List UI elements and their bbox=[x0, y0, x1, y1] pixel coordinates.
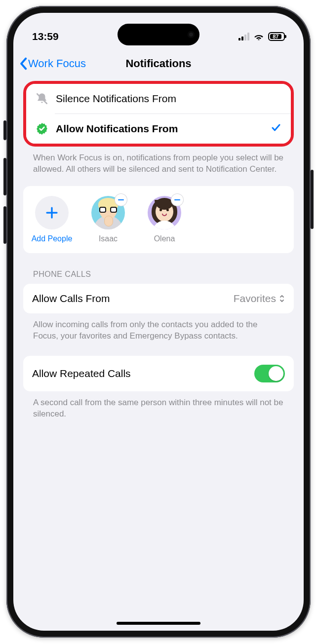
option-silence[interactable]: Silence Notifications From bbox=[26, 84, 291, 114]
add-people-label: Add People bbox=[32, 234, 73, 243]
remove-person-button[interactable] bbox=[171, 194, 183, 206]
bell-slash-icon bbox=[35, 92, 49, 106]
wifi-icon bbox=[253, 33, 264, 40]
minus-icon bbox=[118, 199, 124, 201]
highlight-annotation: Silence Notifications From Allow Notific… bbox=[23, 81, 294, 147]
chevron-left-icon bbox=[19, 57, 27, 70]
repeated-calls-footnote: A second call from the same person withi… bbox=[23, 391, 294, 420]
remove-person-button[interactable] bbox=[115, 194, 127, 206]
phone-frame: 13:59 87 Work Focus Notifications bbox=[6, 6, 311, 638]
up-down-chevron-icon bbox=[279, 294, 285, 303]
screen: 13:59 87 Work Focus Notifications bbox=[13, 13, 304, 631]
avatar bbox=[91, 196, 125, 229]
minus-icon bbox=[174, 199, 180, 201]
options-footnote: When Work Focus is on, notifications fro… bbox=[23, 147, 294, 175]
volume-down-button bbox=[3, 206, 6, 244]
allowed-people-card: Add People Isaac Olena bbox=[23, 186, 294, 253]
repeated-calls-label: Allow Repeated Calls bbox=[32, 368, 131, 379]
person-olena[interactable]: Olena bbox=[143, 196, 186, 243]
status-time: 13:59 bbox=[32, 31, 59, 42]
dynamic-island bbox=[118, 24, 199, 45]
power-button bbox=[311, 170, 314, 229]
person-name: Isaac bbox=[99, 234, 118, 243]
nav-bar: Work Focus Notifications bbox=[13, 48, 304, 81]
option-allow-label: Allow Notifications From bbox=[56, 123, 263, 135]
battery-percent: 87 bbox=[270, 34, 281, 39]
repeated-calls-toggle[interactable] bbox=[254, 365, 285, 382]
checkmark-seal-icon bbox=[35, 122, 49, 136]
person-isaac[interactable]: Isaac bbox=[86, 196, 130, 243]
cellular-icon bbox=[238, 33, 249, 40]
volume-up-button bbox=[3, 158, 6, 195]
page-title: Notifications bbox=[125, 57, 191, 70]
person-name: Olena bbox=[154, 234, 175, 243]
option-allow[interactable]: Allow Notifications From bbox=[26, 114, 291, 144]
checkmark-icon bbox=[270, 122, 282, 136]
ringer-switch bbox=[3, 120, 6, 140]
avatar bbox=[148, 196, 181, 229]
allow-calls-label: Allow Calls From bbox=[32, 293, 110, 304]
allow-calls-value: Favorites bbox=[234, 293, 276, 304]
plus-icon bbox=[35, 196, 69, 229]
repeated-calls-row: Allow Repeated Calls bbox=[23, 356, 294, 391]
back-label: Work Focus bbox=[28, 57, 86, 70]
add-people-button[interactable]: Add People bbox=[30, 196, 74, 243]
allow-calls-row[interactable]: Allow Calls From Favorites bbox=[23, 284, 294, 313]
back-button[interactable]: Work Focus bbox=[19, 57, 86, 70]
allow-calls-footnote: Allow incoming calls from only the conta… bbox=[23, 313, 294, 342]
battery-icon: 87 bbox=[268, 32, 285, 41]
option-silence-label: Silence Notifications From bbox=[56, 93, 282, 105]
phone-calls-header: PHONE CALLS bbox=[23, 253, 294, 284]
home-indicator[interactable] bbox=[117, 622, 200, 625]
